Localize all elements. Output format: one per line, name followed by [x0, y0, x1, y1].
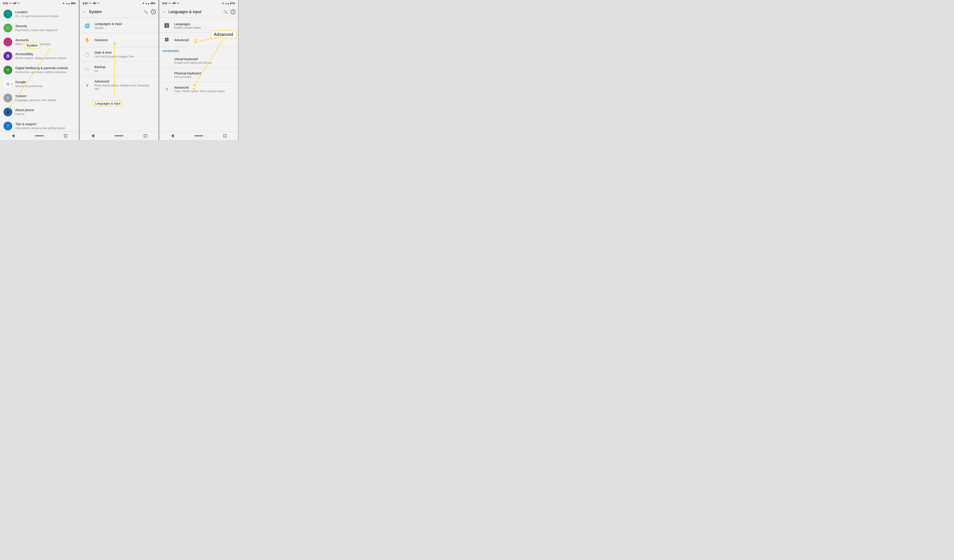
recent-nav-1[interactable]	[59, 133, 72, 139]
back-nav-3[interactable]	[166, 133, 179, 139]
settings-panel: 9:22 •••• 48° ••• ▼ ▲▲ 58% 📍 Location On…	[0, 0, 79, 140]
signal-3: ••••	[168, 2, 172, 5]
location-icon: 📍	[3, 9, 12, 19]
system-item-advanced[interactable]: ∨ Advanced Rules, Reset options, Multipl…	[80, 76, 158, 94]
time-1: 9:22	[3, 2, 8, 5]
time-2: 9:23	[83, 2, 87, 5]
settings-item-location[interactable]: 📍 Location On · 41 apps have access to l…	[0, 7, 79, 21]
advanced-chevron-icon: ∨	[83, 81, 91, 89]
system-items-list: 🌐 Languages & input Gboard ✋ Gestures 🕐	[80, 18, 158, 131]
google-dot	[11, 83, 13, 85]
panel-languages: 9:23 •••• 48° ••• ▼ ▲▲ 57% ← Languages &…	[159, 0, 238, 140]
back-button-3[interactable]: ←	[162, 9, 166, 14]
about-phone-icon: 📱	[3, 107, 12, 117]
home-bar-2	[115, 135, 123, 136]
settings-item-accessibility[interactable]: ♿ Accessibility Screen readers, display,…	[0, 49, 79, 63]
recent-square-1	[64, 134, 67, 137]
back-button-2[interactable]: ←	[82, 9, 87, 14]
languages-top-bar: ← Languages & input 🔍 ?	[159, 6, 238, 17]
google-title: Google	[15, 80, 75, 84]
home-nav-2[interactable]	[112, 133, 126, 139]
signal-dots-1: ••••	[9, 2, 12, 5]
wifi-icon-2: ▼	[142, 2, 144, 5]
gestures-title: Gestures	[95, 38, 155, 42]
recent-square-2	[144, 134, 147, 137]
lang-item-physical-keyboard[interactable]: Physical keyboard Not connected	[159, 68, 238, 82]
keyboards-label: KEYBOARDS	[159, 47, 238, 54]
lang-item-advanced-bottom[interactable]: ∨ Advanced Tools, Pointer speed, Text-to…	[159, 82, 238, 96]
back-nav-1[interactable]	[6, 133, 20, 139]
annotation-advanced: Advanced	[211, 31, 236, 38]
settings-item-security[interactable]: 🔒 Security Play Protect, screen lock, fi…	[0, 21, 79, 35]
recent-nav-2[interactable]	[139, 133, 152, 139]
home-nav-1[interactable]	[33, 133, 46, 139]
signal-icon-3: ▲▲	[225, 2, 229, 5]
virtual-keyboard-subtitle: Google voice typing and Gboard	[174, 61, 235, 64]
help-button-2[interactable]: ?	[151, 9, 156, 14]
system-item-backup[interactable]: ☁️ Backup On	[80, 62, 158, 76]
languages-dot	[87, 23, 89, 24]
virtual-keyboard-title: Virtual keyboard	[174, 57, 235, 61]
settings-item-digital-wellbeing[interactable]: 💚 Digital Wellbeing & parental controls …	[0, 63, 79, 77]
wifi-icon-3: ▼	[221, 2, 224, 5]
security-subtitle: Play Protect, screen lock, fingerprint	[15, 29, 75, 32]
advanced-title: Advanced	[95, 79, 155, 84]
advanced-lang-icon: 🅱	[163, 36, 171, 44]
tips-subtitle: Help articles, phone & chat, getting sta…	[15, 127, 75, 130]
backup-subtitle: On	[95, 70, 155, 73]
system-panel-title: System	[89, 9, 141, 14]
settings-item-system[interactable]: ℹ️ System Languages, gestures, time, bac…	[0, 91, 79, 105]
languages-icon: 🌐	[83, 22, 91, 30]
back-triangle-3	[171, 134, 174, 138]
google-subtitle: Services & preferences	[15, 85, 75, 88]
home-bar-3	[194, 135, 203, 136]
lang-item-virtual-keyboard[interactable]: Virtual keyboard Google voice typing and…	[159, 54, 238, 68]
panel-settings: 9:22 •••• 48° ••• ▼ ▲▲ 58% 📍 Location On…	[0, 0, 80, 140]
panel-system: 9:23 •••• 48° ••• ▼ ▲▲ 58% ← System 🔍 ?	[80, 0, 159, 140]
settings-item-google[interactable]: G Google Services & preferences	[0, 77, 79, 91]
bottom-nav-2	[80, 131, 158, 140]
annotation-system: System	[24, 43, 40, 48]
help-button-3[interactable]: ?	[231, 9, 235, 14]
wifi-icon-1: ▼	[62, 2, 65, 5]
location-title: Location	[15, 10, 75, 14]
languages-panel: 9:23 •••• 48° ••• ▼ ▲▲ 57% ← Languages &…	[159, 0, 238, 140]
about-phone-subtitle: Pixel XL	[15, 113, 75, 116]
temp-1: 48°	[13, 2, 17, 5]
advanced-lang-title: Advanced	[174, 38, 235, 42]
temp-3: 48°	[173, 2, 176, 5]
settings-item-about-phone[interactable]: 📱 About phone Pixel XL	[0, 105, 79, 119]
system-top-bar: ← System 🔍 ?	[80, 6, 158, 17]
status-bar-1: 9:22 •••• 48° ••• ▼ ▲▲ 58%	[0, 0, 79, 6]
digital-wellbeing-icon: 💚	[3, 65, 12, 75]
system-icon: ℹ️	[3, 93, 12, 103]
status-bar-3: 9:23 •••• 48° ••• ▼ ▲▲ 57%	[159, 0, 238, 6]
advanced-subtitle: Rules, Reset options, Multiple users, De…	[95, 84, 155, 91]
physical-keyboard-icon	[163, 71, 171, 79]
settings-item-tips[interactable]: ? Tips & support Help articles, phone & …	[0, 119, 79, 131]
recent-nav-3[interactable]	[218, 133, 232, 139]
advanced-bottom-chevron: ∨	[163, 85, 171, 93]
about-phone-title: About phone	[15, 108, 75, 112]
search-button-3[interactable]: 🔍	[223, 9, 228, 14]
signal-icon-2: ▲▲	[145, 2, 150, 5]
system-item-gestures[interactable]: ✋ Gestures	[80, 33, 158, 47]
back-triangle-1	[12, 134, 14, 138]
extra-2: •••	[97, 2, 99, 5]
advanced-dot	[195, 39, 197, 41]
datetime-icon: 🕐	[83, 51, 91, 58]
system-item-languages[interactable]: 🌐 Languages & input Gboard	[80, 19, 158, 33]
signal-2: ••••	[89, 2, 92, 5]
settings-list: 📍 Location On · 41 apps have access to l…	[0, 6, 79, 131]
advanced-bottom-title: Advanced	[174, 86, 235, 89]
translate-icon: 🅰	[163, 22, 171, 30]
search-button-2[interactable]: 🔍	[143, 9, 148, 14]
battery-2: 58%	[151, 2, 155, 5]
languages-subtitle: Gboard	[95, 26, 155, 30]
gestures-icon: ✋	[83, 36, 91, 44]
back-nav-2[interactable]	[86, 133, 99, 139]
time-3: 9:23	[162, 2, 167, 5]
system-item-datetime[interactable]: 🕐 Date & time GMT-04:00 Eastern Daylight…	[80, 47, 158, 61]
temp-2: 48°	[93, 2, 97, 5]
home-nav-3[interactable]	[192, 133, 205, 139]
